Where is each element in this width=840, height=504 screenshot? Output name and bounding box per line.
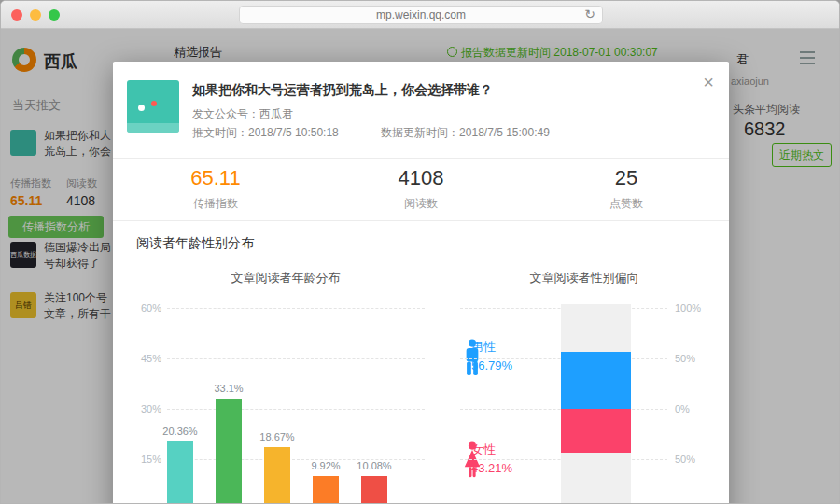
divider: [113, 158, 729, 159]
browser-window: mp.weixin.qq.com ↻ 西瓜 精选报告 报告数据更新时间 2018…: [0, 0, 840, 504]
y-axis-tick: 0%: [675, 403, 708, 414]
minimize-window-button[interactable]: [30, 9, 41, 21]
section-title: 阅读者年龄性别分布: [136, 235, 254, 252]
page-content: 西瓜 精选报告 报告数据更新时间 2018-07-01 00:30:07 当天推…: [1, 29, 839, 503]
post-time: 推文时间：2018/7/5 10:50:18: [192, 126, 339, 139]
gridline: [167, 409, 425, 410]
publisher-account: 发文公众号：西瓜君: [192, 106, 293, 122]
y-axis-tick: 50%: [675, 353, 708, 364]
stat-likes: 25 点赞数: [524, 166, 729, 220]
close-window-button[interactable]: [11, 9, 22, 21]
traffic-lights: [11, 9, 60, 21]
stats-row: 65.11 传播指数 4108 阅读数 25 点赞数: [113, 166, 729, 220]
browser-chrome: mp.weixin.qq.com ↻: [1, 1, 839, 29]
male-bar-segment[interactable]: [561, 352, 631, 409]
stat-reads-label: 阅读数: [318, 196, 524, 212]
stat-spread-value: 65.11: [113, 166, 318, 190]
fullscreen-window-button[interactable]: [49, 9, 60, 21]
age-bar[interactable]: [313, 476, 339, 504]
time-info: 推文时间：2018/7/5 10:50:18 数据更新时间：2018/7/5 1…: [192, 125, 659, 141]
address-bar[interactable]: mp.weixin.qq.com ↻: [239, 6, 603, 24]
age-chart-title: 文章阅读者年龄分布: [132, 270, 440, 287]
thumb-figure: [151, 101, 157, 106]
stat-reads: 4108 阅读数: [318, 166, 524, 220]
bar-value-label: 18.67%: [247, 431, 307, 442]
stat-reads-value: 4108: [318, 166, 524, 190]
y-axis-tick: 100%: [675, 302, 708, 314]
url-text: mp.weixin.qq.com: [376, 8, 466, 21]
bar-value-label: 10.08%: [344, 460, 404, 471]
y-axis-tick: 50%: [675, 454, 708, 465]
female-legend: 女性 43.21%: [462, 441, 565, 475]
reload-icon[interactable]: ↻: [584, 7, 595, 21]
article-detail-modal: × 如果把你和大号运营者扔到荒岛上，你会选择带谁？ 发文公众号：西瓜君 推文时间…: [113, 62, 729, 504]
female-bar-segment[interactable]: [561, 409, 631, 453]
male-legend: 男性 56.79%: [462, 339, 565, 372]
y-axis-tick: 60%: [132, 302, 161, 314]
modal-article-title: 如果把你和大号运营者扔到荒岛上，你会选择带谁？: [192, 82, 696, 99]
gender-chart: 文章阅读者性别偏向 男性 56.79%: [449, 262, 720, 504]
age-bar[interactable]: [361, 476, 387, 504]
stat-likes-value: 25: [524, 166, 729, 190]
age-bar[interactable]: [216, 399, 242, 504]
gender-chart-title: 文章阅读者性别偏向: [449, 270, 720, 287]
bar-value-label: 20.36%: [150, 426, 210, 437]
data-update-time: 数据更新时间：2018/7/5 15:00:49: [381, 126, 550, 139]
divider: [113, 220, 729, 221]
age-bar[interactable]: [167, 441, 193, 504]
age-bar[interactable]: [264, 447, 290, 504]
thumb-decoration: [127, 123, 179, 133]
y-axis-tick: 15%: [132, 454, 161, 465]
stat-spread-label: 传播指数: [113, 196, 318, 212]
y-axis-tick: 30%: [132, 403, 161, 414]
stat-spread-index: 65.11 传播指数: [113, 166, 318, 220]
close-icon[interactable]: ×: [703, 73, 714, 91]
thumb-figure: [138, 105, 145, 111]
stat-likes-label: 点赞数: [524, 196, 729, 212]
age-chart: 文章阅读者年龄分布 60%45%30%15%20.36%33.1%18.67%9…: [132, 262, 440, 504]
modal-article-thumbnail: [127, 80, 179, 133]
gridline: [167, 308, 425, 309]
gridline: [167, 358, 425, 359]
y-axis-tick: 45%: [132, 353, 161, 364]
bar-value-label: 33.1%: [199, 383, 259, 394]
